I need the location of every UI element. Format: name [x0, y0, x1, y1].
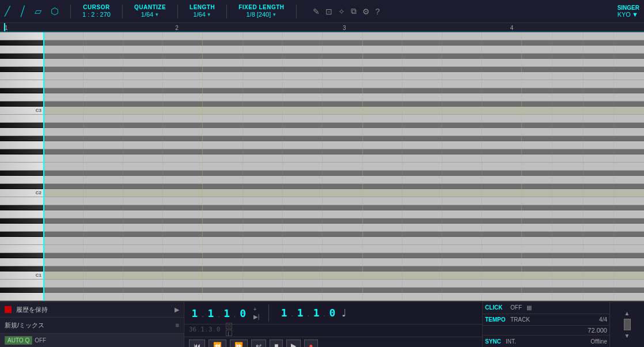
pos-plus-btn[interactable]: +	[253, 306, 260, 312]
grid-row	[43, 184, 644, 189]
pos3-sq-btn[interactable]: □	[226, 323, 232, 329]
pos3-bar-btn[interactable]: |	[226, 330, 232, 336]
black-key[interactable]	[0, 288, 43, 293]
pos-mode-btn[interactable]: ▶|	[253, 314, 260, 320]
position-3: 36 . 1 . 3 . 0	[189, 326, 220, 333]
white-key[interactable]	[0, 141, 43, 149]
black-key[interactable]	[0, 67, 43, 72]
click-value[interactable]: OFF	[510, 304, 524, 311]
copy-icon[interactable]: ⧉	[351, 6, 357, 16]
grid-row	[43, 288, 644, 293]
sync-label: SYNC	[485, 338, 503, 345]
scroll-down[interactable]: ▼	[624, 333, 630, 339]
pos3-side-btns: □ |	[226, 323, 232, 336]
settings-icon[interactable]: ⚙	[362, 7, 370, 16]
play-button[interactable]: ▶	[286, 340, 301, 347]
white-key[interactable]	[0, 128, 43, 136]
fixed-length-display[interactable]: FIXED LENGTH 1/8 [240] ▼	[238, 4, 284, 18]
bottom-scroll: ▲ ▼	[609, 302, 644, 347]
white-key[interactable]	[0, 163, 43, 171]
black-key[interactable]	[0, 184, 43, 189]
white-key[interactable]	[0, 224, 43, 232]
black-key[interactable]	[0, 149, 43, 154]
loop-button[interactable]: ↩	[251, 340, 266, 347]
pos1-tick: 1	[221, 307, 233, 319]
white-key[interactable]	[0, 258, 43, 266]
grid-row	[43, 258, 644, 266]
white-key[interactable]	[0, 197, 43, 205]
scroll-thumb[interactable]	[624, 319, 631, 330]
pos2-zero: 0	[327, 307, 338, 319]
black-key[interactable]	[0, 40, 43, 46]
rewind-start-button[interactable]: ⏮	[189, 340, 205, 347]
auto-q-label[interactable]: AUTO Q	[5, 336, 32, 345]
record-button[interactable]: ●	[304, 340, 317, 347]
pos1-dot3: .	[234, 310, 236, 319]
tempo-fraction: 4/4	[599, 316, 607, 323]
white-key[interactable]	[0, 210, 43, 218]
line-tool[interactable]: ╲	[17, 5, 29, 17]
help-icon[interactable]: ?	[376, 7, 380, 16]
grid-row	[43, 80, 644, 88]
pos3-tick: 3	[209, 326, 213, 333]
white-key[interactable]	[0, 293, 43, 301]
scroll-up[interactable]: ▲	[624, 310, 630, 316]
length-display[interactable]: LENGTH 1/64 ▼	[190, 4, 215, 18]
white-key[interactable]	[0, 237, 43, 245]
black-key[interactable]	[0, 136, 43, 141]
fast-forward-button[interactable]: ⏩	[230, 340, 248, 347]
piano-roll-grid[interactable]	[43, 32, 644, 301]
black-key[interactable]	[0, 171, 43, 176]
white-key[interactable]	[0, 46, 43, 54]
black-key[interactable]	[0, 54, 43, 59]
black-key[interactable]	[0, 266, 43, 271]
pencil-tool[interactable]: ╱	[5, 6, 10, 17]
black-key[interactable]	[0, 218, 43, 224]
singer-label: SINGER	[618, 5, 639, 11]
play-back-button[interactable]: ⏪	[209, 340, 226, 347]
grid-row	[43, 293, 644, 301]
white-key[interactable]	[0, 280, 43, 288]
white-key[interactable]	[0, 93, 43, 101]
new-mix-label[interactable]: 新規/ミックス	[5, 321, 173, 330]
tempo-mode[interactable]: TRACK	[510, 316, 530, 323]
white-key[interactable]: C1	[0, 271, 43, 280]
black-key[interactable]	[0, 101, 43, 107]
grid-row	[43, 245, 644, 253]
white-key[interactable]: C2	[0, 189, 43, 197]
transform-icon[interactable]: ✧	[338, 7, 345, 16]
pos2-bar: 1	[278, 307, 290, 319]
singer-display[interactable]: SINGER KYO ▼	[618, 5, 639, 18]
edit-icon[interactable]: ✎	[313, 7, 320, 16]
white-key[interactable]: C3	[0, 107, 43, 115]
length-label: LENGTH	[190, 4, 215, 11]
pos-divider	[268, 304, 269, 322]
auto-q-bar: AUTO Q OFF	[0, 334, 184, 347]
undo-label[interactable]: 履歴を保持	[16, 305, 172, 314]
black-key[interactable]	[0, 205, 43, 210]
white-key[interactable]	[0, 80, 43, 88]
quantize-display[interactable]: QUANTIZE 1/64 ▼	[134, 4, 166, 18]
sync-row: SYNC INT. Offline	[483, 335, 609, 347]
white-key[interactable]	[0, 72, 43, 80]
cursor-display: CURSOR 1 : 2 : 270	[82, 4, 111, 18]
white-key[interactable]	[0, 32, 43, 40]
undo-arrow: ▶	[175, 306, 179, 314]
black-key[interactable]	[0, 88, 43, 93]
white-key[interactable]	[0, 59, 43, 67]
resize-icon[interactable]: ⊡	[325, 7, 332, 16]
black-key[interactable]	[0, 232, 43, 237]
select-tool[interactable]: ⬡	[51, 6, 59, 17]
sync-mode[interactable]: INT.	[506, 338, 516, 345]
white-key[interactable]	[0, 245, 43, 253]
eraser-tool[interactable]: ▱	[35, 6, 41, 17]
black-key[interactable]	[0, 253, 43, 258]
white-key[interactable]	[0, 154, 43, 163]
grid-row	[43, 189, 644, 197]
tempo-label: TEMPO	[485, 316, 508, 323]
grid-row	[43, 67, 644, 72]
stop-button[interactable]: ■	[270, 340, 283, 347]
white-key[interactable]	[0, 176, 43, 184]
black-key[interactable]	[0, 123, 43, 128]
white-key[interactable]	[0, 115, 43, 123]
